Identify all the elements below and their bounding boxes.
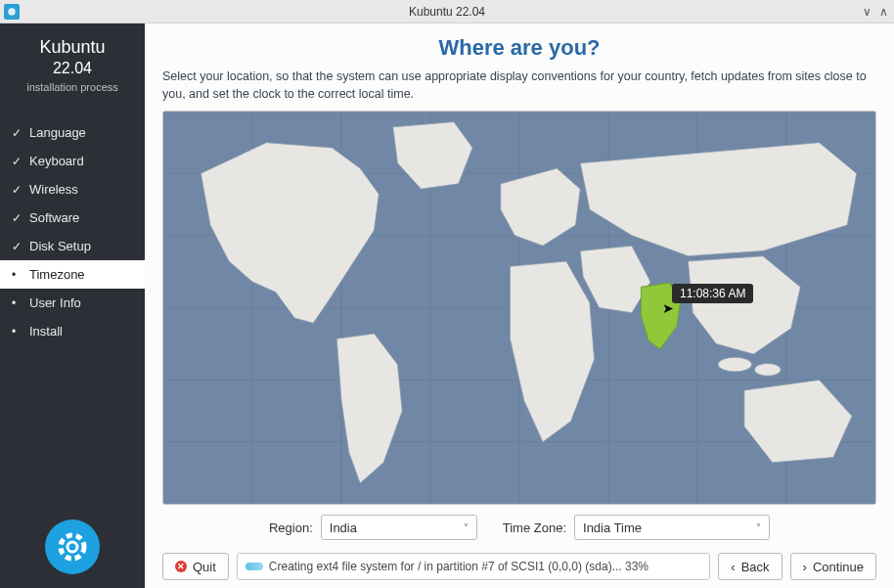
sidebar-step-install[interactable]: Install: [0, 317, 145, 345]
check-icon: [12, 126, 23, 140]
timezone-label: Time Zone:: [503, 520, 566, 535]
sidebar-step-label: User Info: [29, 295, 81, 310]
window-title: Kubuntu 22.04: [409, 5, 485, 19]
check-icon: [12, 240, 23, 253]
timezone-select[interactable]: India Time ˅: [574, 515, 770, 540]
continue-label: Continue: [813, 560, 864, 574]
bullet-icon: •: [12, 268, 23, 282]
brand-version: 22.04: [0, 60, 145, 77]
quit-button[interactable]: ✕ Quit: [162, 553, 229, 580]
step-list: LanguageKeyboardWirelessSoftwareDisk Set…: [0, 118, 145, 345]
back-label: Back: [741, 560, 770, 574]
kubuntu-gear-icon: [45, 520, 100, 574]
sidebar-step-label: Language: [29, 125, 86, 140]
chevron-down-icon: ˅: [464, 522, 469, 533]
progress-message: Creating ext4 file system for / in parti…: [269, 560, 648, 573]
quit-label: Quit: [193, 560, 216, 574]
location-selectors: Region: India ˅ Time Zone: India Time ˅: [162, 505, 876, 546]
region-select[interactable]: India ˅: [321, 515, 477, 540]
svg-point-3: [67, 542, 77, 552]
minimize-icon[interactable]: ∨: [863, 5, 872, 19]
bullet-icon: [12, 325, 23, 339]
cursor-icon: ➤: [662, 300, 674, 316]
close-icon: ✕: [175, 561, 187, 572]
brand-subtitle: installation process: [0, 81, 145, 93]
sidebar-step-user-info[interactable]: User Info: [0, 289, 145, 317]
svg-point-18: [754, 363, 781, 376]
sidebar-step-software[interactable]: Software: [0, 204, 145, 232]
page-title: Where are you?: [162, 35, 876, 61]
back-button[interactable]: ‹ Back: [718, 553, 782, 580]
check-icon: [12, 183, 23, 197]
region-label: Region:: [269, 520, 313, 535]
brand-name: Kubuntu: [0, 37, 145, 58]
chevron-left-icon: ‹: [731, 560, 735, 574]
svg-point-17: [718, 357, 751, 372]
content-area: Where are you? Select your location, so …: [145, 23, 894, 588]
progress-spinner-icon: [246, 563, 263, 570]
bottom-bar: ✕ Quit Creating ext4 file system for / i…: [162, 546, 876, 580]
sidebar-step-label: Disk Setup: [29, 239, 91, 253]
sidebar-step-label: Keyboard: [29, 154, 84, 168]
sidebar-step-label: Install: [29, 324, 63, 339]
sidebar-step-language[interactable]: Language: [0, 118, 145, 147]
sidebar-step-timezone[interactable]: •Timezone: [0, 260, 145, 289]
progress-status: Creating ext4 file system for / in parti…: [237, 553, 711, 580]
app-icon: [4, 4, 20, 20]
distro-logo: [0, 520, 145, 574]
continue-button[interactable]: › Continue: [790, 553, 876, 580]
check-icon: [12, 211, 23, 225]
timezone-value: India Time: [583, 520, 642, 535]
check-icon: [12, 155, 23, 168]
page-instructions: Select your location, so that the system…: [162, 68, 876, 103]
sidebar: Kubuntu 22.04 installation process Langu…: [0, 23, 145, 588]
svg-point-1: [8, 8, 16, 16]
sidebar-step-disk-setup[interactable]: Disk Setup: [0, 232, 145, 260]
sidebar-step-label: Timezone: [29, 267, 85, 282]
sidebar-step-keyboard[interactable]: Keyboard: [0, 147, 145, 175]
sidebar-step-wireless[interactable]: Wireless: [0, 175, 145, 204]
bullet-icon: [12, 296, 23, 310]
world-map[interactable]: ➤ 11:08:36 AM: [162, 111, 876, 505]
chevron-down-icon: ˅: [756, 522, 761, 533]
titlebar: Kubuntu 22.04 ∨ ∧: [0, 0, 894, 23]
sidebar-step-label: Wireless: [29, 182, 78, 197]
maximize-icon[interactable]: ∧: [879, 5, 888, 19]
region-value: India: [330, 520, 357, 535]
sidebar-step-label: Software: [29, 210, 79, 225]
brand-block: Kubuntu 22.04 installation process: [0, 33, 145, 107]
chevron-right-icon: ›: [803, 560, 807, 574]
map-time-tooltip: 11:08:36 AM: [672, 284, 753, 303]
